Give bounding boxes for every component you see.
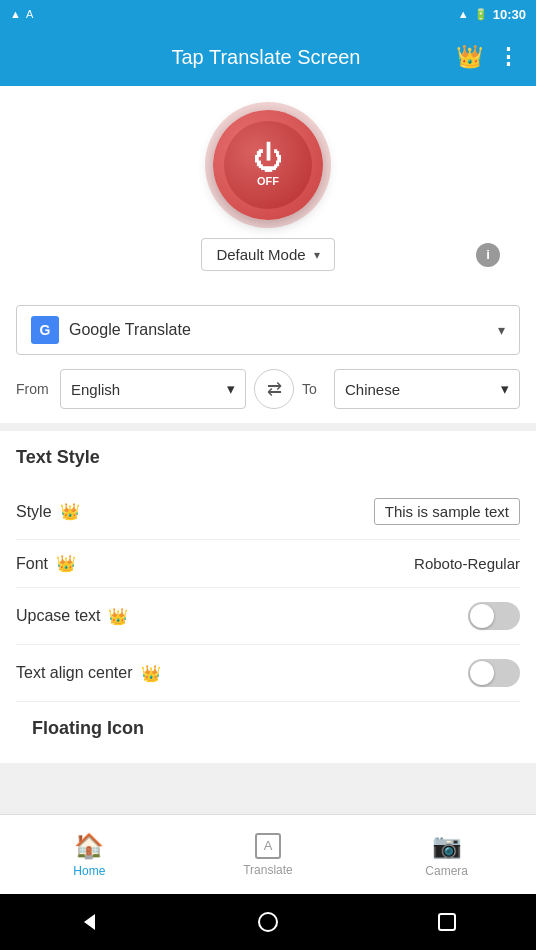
mode-dropdown[interactable]: Default Mode ▾ [201, 238, 334, 271]
dropdown-arrow-icon: ▾ [314, 248, 320, 262]
power-symbol-icon: ⏻ [253, 143, 283, 173]
text-align-label-text: Text align center [16, 664, 133, 682]
camera-nav-label: Camera [425, 864, 468, 878]
home-nav-label: Home [73, 864, 105, 878]
home-icon: 🏠 [74, 832, 104, 860]
home-circle-icon [258, 912, 278, 932]
from-dropdown-arrow-icon: ▾ [227, 380, 235, 398]
translate-nav-label: Translate [243, 863, 293, 877]
font-value[interactable]: Roboto-Regular [414, 555, 520, 572]
style-setting-row: Style 👑 This is sample text [16, 484, 520, 540]
to-label: To [302, 381, 326, 397]
floating-icon-title: Floating Icon [16, 702, 520, 747]
main-content: ⏻ OFF Default Mode ▾ i G Google Translat… [0, 86, 536, 870]
upcase-label-text: Upcase text [16, 607, 100, 625]
text-align-toggle[interactable] [468, 659, 520, 687]
status-bar-left: ▲ A [10, 8, 33, 20]
recents-button[interactable] [427, 902, 467, 942]
font-crown-icon: 👑 [56, 554, 76, 573]
status-bar-right: ▲ 🔋 10:30 [458, 7, 526, 22]
google-g-icon: G [31, 316, 59, 344]
back-icon [84, 914, 95, 930]
camera-icon: 📷 [432, 832, 462, 860]
notification-icon: A [26, 8, 33, 20]
text-align-crown-icon: 👑 [141, 664, 161, 683]
battery-icon: 🔋 [474, 8, 488, 21]
mode-label: Default Mode [216, 246, 305, 263]
from-language-select[interactable]: English ▾ [60, 369, 246, 409]
power-inner: ⏻ OFF [224, 121, 312, 209]
nav-item-translate[interactable]: A Translate [179, 833, 358, 877]
crown-icon[interactable]: 👑 [456, 44, 483, 70]
section-divider [0, 423, 536, 431]
status-time: 10:30 [493, 7, 526, 22]
text-style-section: Text Style Style 👑 This is sample text F… [0, 431, 536, 763]
bottom-nav: 🏠 Home A Translate 📷 Camera [0, 814, 536, 894]
language-row: From English ▾ ⇄ To Chinese ▾ [16, 369, 520, 409]
text-align-toggle-knob [470, 661, 494, 685]
nav-item-camera[interactable]: 📷 Camera [357, 832, 536, 878]
google-translate-dropdown[interactable]: G Google Translate ▾ [16, 305, 520, 355]
to-language-select[interactable]: Chinese ▾ [334, 369, 520, 409]
home-button[interactable] [248, 902, 288, 942]
font-label-text: Font [16, 555, 48, 573]
translate-icon: A [255, 833, 281, 859]
upcase-text-toggle[interactable] [468, 602, 520, 630]
text-align-center-setting-row: Text align center 👑 [16, 645, 520, 702]
upcase-text-setting-row: Upcase text 👑 [16, 588, 520, 645]
info-icon[interactable]: i [476, 243, 500, 267]
style-value[interactable]: This is sample text [374, 498, 520, 525]
style-crown-icon: 👑 [60, 502, 80, 521]
upcase-label: Upcase text 👑 [16, 607, 468, 626]
android-nav-bar [0, 894, 536, 950]
menu-icon[interactable]: ⋮ [497, 44, 520, 70]
mode-wrapper: Default Mode ▾ i [16, 238, 520, 271]
swap-icon: ⇄ [267, 378, 282, 400]
style-label-text: Style [16, 503, 52, 521]
title-bar: Tap Translate Screen 👑 ⋮ [0, 28, 536, 86]
signal-icon: ▲ [10, 8, 21, 20]
title-bar-actions: 👑 ⋮ [456, 44, 520, 70]
page-title: Tap Translate Screen [76, 46, 456, 69]
text-style-title: Text Style [16, 447, 520, 468]
translator-section: G Google Translate ▾ From English ▾ ⇄ To… [0, 291, 536, 423]
from-label: From [16, 381, 52, 397]
recents-icon [438, 913, 456, 931]
style-label: Style 👑 [16, 502, 374, 521]
power-section: ⏻ OFF Default Mode ▾ i [0, 86, 536, 291]
to-dropdown-arrow-icon: ▾ [501, 380, 509, 398]
swap-languages-button[interactable]: ⇄ [254, 369, 294, 409]
wifi-icon: ▲ [458, 8, 469, 20]
power-state-text: OFF [257, 175, 279, 187]
back-button[interactable] [69, 902, 109, 942]
font-setting-row: Font 👑 Roboto-Regular [16, 540, 520, 588]
from-language-value: English [71, 381, 221, 398]
nav-item-home[interactable]: 🏠 Home [0, 832, 179, 878]
font-label: Font 👑 [16, 554, 414, 573]
status-bar: ▲ A ▲ 🔋 10:30 [0, 0, 536, 28]
text-align-label: Text align center 👑 [16, 664, 468, 683]
google-translate-label: Google Translate [69, 321, 488, 339]
upcase-toggle-knob [470, 604, 494, 628]
to-language-value: Chinese [345, 381, 495, 398]
translate-dropdown-arrow-icon: ▾ [498, 322, 505, 338]
upcase-crown-icon: 👑 [108, 607, 128, 626]
power-button[interactable]: ⏻ OFF [213, 110, 323, 220]
